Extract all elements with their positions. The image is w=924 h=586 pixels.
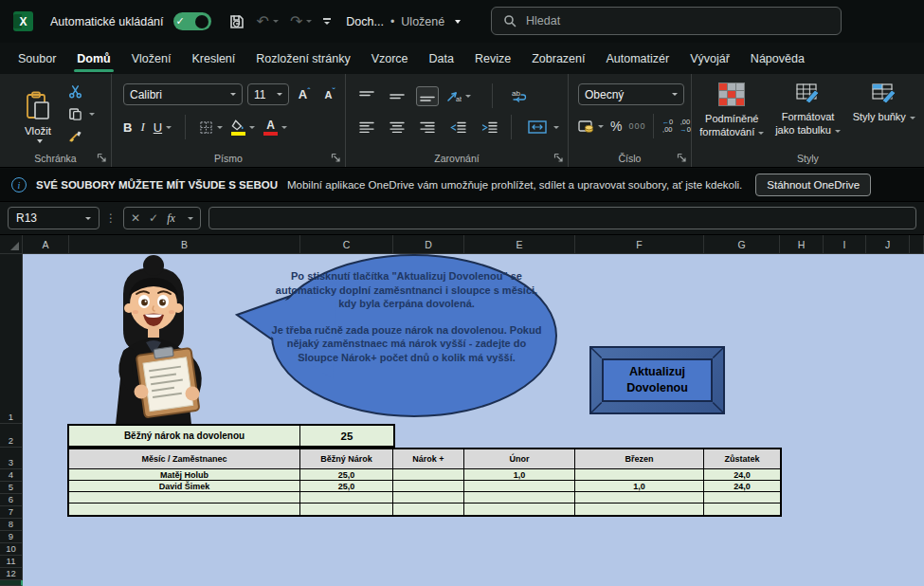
tab-soubor[interactable]: Soubor: [8, 43, 66, 74]
paste-button[interactable]: Vložit: [15, 82, 61, 151]
download-onedrive-button[interactable]: Stáhnout OneDrive: [755, 174, 871, 196]
column-header-B[interactable]: B: [69, 235, 300, 254]
table-row1-c2[interactable]: 25,0: [300, 469, 393, 481]
tab-vyvojar[interactable]: Vývojář: [679, 43, 740, 74]
table-row2-c3[interactable]: [393, 481, 464, 492]
font-dialog-launcher[interactable]: [331, 153, 341, 163]
font-name-select[interactable]: Calibri: [123, 83, 243, 105]
format-painter-button[interactable]: [68, 129, 95, 145]
enter-button[interactable]: ✓: [149, 211, 158, 225]
row-header-3[interactable]: 3: [0, 448, 23, 469]
table-header-c1[interactable]: Měsíc / Zaměstnanec: [69, 449, 300, 469]
save-button[interactable]: [225, 10, 249, 33]
table-row1-c3[interactable]: [393, 469, 464, 481]
cut-button[interactable]: [68, 83, 95, 100]
table-row2-c4[interactable]: [464, 481, 575, 492]
column-header-E[interactable]: E: [464, 235, 575, 254]
tab-rozlozeni-stranky[interactable]: Rozložení stránky: [245, 43, 360, 74]
customize-toolbar-button[interactable]: [323, 18, 331, 25]
italic-button[interactable]: I: [140, 119, 144, 135]
column-header-J[interactable]: J: [866, 235, 910, 254]
entitlement-label-cell[interactable]: Běžný nárok na dovolenou: [69, 426, 300, 446]
tab-domu[interactable]: Domů: [66, 43, 120, 74]
name-box[interactable]: R13: [8, 207, 100, 229]
autosave-toggle[interactable]: ✓: [173, 12, 211, 30]
decrease-indent-button[interactable]: [446, 118, 470, 137]
align-right-button[interactable]: [416, 118, 439, 137]
tab-automatizer[interactable]: Automatizér: [595, 43, 679, 74]
number-dialog-launcher[interactable]: [677, 153, 687, 163]
row-header-11[interactable]: 11: [0, 556, 23, 568]
tab-vzorce[interactable]: Vzorce: [361, 43, 419, 74]
select-all-corner[interactable]: [0, 235, 23, 254]
row-header-12[interactable]: 12: [0, 568, 23, 580]
percent-style-button[interactable]: %: [610, 119, 622, 134]
document-title[interactable]: Doch... • Uložené: [346, 15, 461, 28]
table-row1-c4[interactable]: 1,0: [464, 469, 575, 481]
align-top-button[interactable]: [355, 86, 378, 106]
table-row2-c5[interactable]: 1,0: [575, 481, 704, 492]
column-header-C[interactable]: C: [300, 235, 393, 254]
align-left-button[interactable]: [355, 118, 378, 137]
table-row4-c4[interactable]: [464, 504, 575, 515]
table-row4-c5[interactable]: [575, 504, 704, 515]
alignment-dialog-launcher[interactable]: [553, 153, 564, 163]
bold-button[interactable]: B: [123, 120, 132, 135]
tab-data[interactable]: Data: [419, 43, 464, 74]
insert-function-button[interactable]: fx: [167, 211, 175, 226]
number-format-select[interactable]: Obecný: [578, 83, 684, 105]
tab-revize[interactable]: Revize: [464, 43, 521, 74]
column-header-G[interactable]: G: [704, 235, 780, 254]
cancel-button[interactable]: ✕: [131, 211, 140, 225]
table-header-c3[interactable]: Nárok +: [393, 449, 464, 469]
table-row4-c6[interactable]: [704, 504, 780, 515]
table-row3-c2[interactable]: [300, 492, 393, 504]
table-row2-c2[interactable]: 25,0: [300, 481, 393, 492]
undo-button[interactable]: ↶: [253, 11, 282, 32]
table-row1-c6[interactable]: 24,0: [704, 469, 780, 481]
row-header-7[interactable]: 7: [0, 506, 23, 519]
accounting-format-button[interactable]: [578, 119, 604, 134]
table-header-c2[interactable]: Běžný Nárok: [300, 449, 393, 469]
table-row3-c3[interactable]: [393, 492, 464, 504]
align-bottom-button[interactable]: [416, 86, 439, 106]
grid-canvas[interactable]: Po stisknutí tlačítka "Aktualizuj Dovole…: [23, 254, 924, 586]
table-row1-c5[interactable]: [575, 469, 704, 481]
clipboard-dialog-launcher[interactable]: [97, 153, 107, 163]
row-header-8[interactable]: 8: [0, 519, 23, 531]
tab-napoveda[interactable]: Nápověda: [740, 43, 815, 74]
row-header-2[interactable]: 2: [0, 424, 23, 448]
table-row3-c6[interactable]: [704, 492, 780, 504]
row-header-5[interactable]: 5: [0, 482, 23, 494]
table-row3-c1[interactable]: [69, 492, 300, 504]
aktualizuj-dovolenou-button[interactable]: Aktualizuj Dovolenou: [589, 346, 725, 414]
tab-vlozeni[interactable]: Vložení: [121, 43, 182, 74]
merge-center-button[interactable]: [528, 120, 559, 134]
copy-button[interactable]: [68, 106, 95, 122]
column-header-I[interactable]: I: [824, 235, 866, 254]
table-row3-c4[interactable]: [464, 492, 575, 504]
orientation-button[interactable]: ab: [446, 89, 471, 102]
increase-decimal-button[interactable]: ←0 ,00: [661, 119, 673, 135]
align-center-button[interactable]: [386, 118, 408, 137]
borders-button[interactable]: [199, 120, 223, 135]
table-header-c5[interactable]: Březen: [575, 449, 704, 469]
column-header-H[interactable]: H: [780, 235, 824, 254]
increase-indent-button[interactable]: [478, 118, 501, 137]
row-header-10[interactable]: 10: [0, 543, 23, 556]
align-middle-button[interactable]: [386, 86, 408, 106]
decrease-decimal-button[interactable]: ,00 →0: [679, 119, 691, 135]
tab-zobrazeni[interactable]: Zobrazení: [521, 43, 595, 74]
excel-app-icon[interactable]: X: [13, 11, 33, 31]
row-header-6[interactable]: 6: [0, 494, 23, 506]
font-color-button[interactable]: A: [263, 119, 287, 136]
table-row2-c1[interactable]: David Šimek: [69, 481, 300, 492]
table-row3-c5[interactable]: [575, 492, 704, 504]
row-header-4[interactable]: 4: [0, 469, 23, 482]
comma-style-button[interactable]: 000: [628, 121, 645, 131]
wrap-text-button[interactable]: ab: [511, 89, 528, 103]
table-row4-c2[interactable]: [300, 504, 393, 515]
column-header-F[interactable]: F: [575, 235, 704, 254]
grow-font-button[interactable]: Aˆ: [294, 84, 315, 105]
font-size-select[interactable]: 11: [247, 83, 289, 105]
